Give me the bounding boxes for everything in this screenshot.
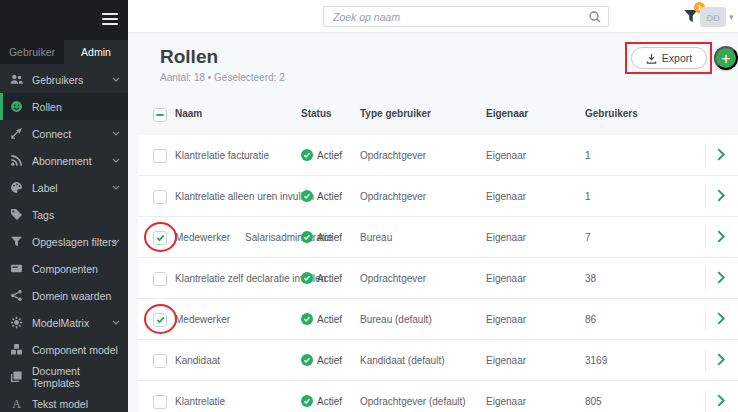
row-open-chevron-icon[interactable] <box>716 189 732 205</box>
search-icon[interactable] <box>588 10 602 24</box>
chevron-down-icon <box>112 239 120 244</box>
page-subtitle: Aantal: 18 • Geselecteerd: 2 <box>160 72 285 83</box>
users-icon <box>10 73 23 86</box>
sidebar-item-domein-waarden[interactable]: Domein waarden <box>0 282 128 309</box>
cell-eigenaar: Eigenaar <box>486 232 526 243</box>
status-check-icon <box>301 354 313 366</box>
sidebar-item-label: Tags <box>32 209 54 221</box>
row-open-chevron-icon[interactable] <box>716 271 732 287</box>
row-open-chevron-icon[interactable] <box>716 230 732 246</box>
sidebar-item-tags[interactable]: Tags <box>0 201 128 228</box>
row-checkbox[interactable] <box>153 231 167 245</box>
status-check-icon <box>301 272 313 284</box>
cell-type-gebruiker: Bureau <box>360 232 392 243</box>
sidebar-tabs: Gebruiker Admin <box>0 40 128 64</box>
chevron-down-icon <box>112 77 120 82</box>
sidebar-item-component-model[interactable]: Component model <box>0 336 128 363</box>
row-divider <box>705 391 706 412</box>
sidebar-item-label[interactable]: Label <box>0 174 128 201</box>
column-header-status[interactable]: Status <box>301 108 332 119</box>
cell-type-gebruiker: Opdrachtgever <box>360 150 426 161</box>
sidebar-item-rollen[interactable]: Rollen <box>0 93 128 120</box>
column-header-naam[interactable]: Naam <box>175 108 202 119</box>
sidebar-menu: GebruikersRollenConnectAbonnementLabelTa… <box>0 66 128 412</box>
column-header-type[interactable]: Type gebruiker <box>360 108 431 119</box>
sidebar-item-label: Document Templates <box>32 365 128 389</box>
cell-naam: Klantrelatie <box>175 396 225 407</box>
row-divider <box>705 227 706 248</box>
tab-admin[interactable]: Admin <box>64 40 128 64</box>
row-divider <box>705 145 706 166</box>
row-open-chevron-icon[interactable] <box>716 312 732 328</box>
table-row[interactable]: MedewerkerSalarisadministratieActiefBure… <box>138 217 738 258</box>
sidebar-item-document-templates[interactable]: Document Templates <box>0 363 128 390</box>
status-check-icon <box>301 231 313 243</box>
sidebar-item-connect[interactable]: Connect <box>0 120 128 147</box>
tag-icon <box>10 208 23 221</box>
row-divider <box>705 309 706 330</box>
palette-icon <box>10 181 23 194</box>
cell-naam: Kandidaat <box>175 355 220 366</box>
sidebar-item-componenten[interactable]: Componenten <box>0 255 128 282</box>
sidebar-item-opgeslagen-filters[interactable]: Opgeslagen filters <box>0 228 128 255</box>
chevron-down-icon[interactable]: ▾ <box>729 12 734 22</box>
table-header: Naam Status Type gebruiker Eigenaar Gebr… <box>138 95 738 135</box>
table-row[interactable]: Klantrelatie facturatieActiefOpdrachtgev… <box>138 135 738 176</box>
cell-status: Actief <box>317 273 342 284</box>
sidebar-item-label: Tekst model <box>32 398 88 410</box>
cell-eigenaar: Eigenaar <box>486 355 526 366</box>
cell-naam: Klantrelatie alleen uren invullen <box>175 191 314 202</box>
sidebar-item-label: Componenten <box>32 263 98 275</box>
row-checkbox[interactable] <box>153 354 167 368</box>
topbar: 1 DD ▾ <box>128 0 738 33</box>
table-body: Klantrelatie facturatieActiefOpdrachtgev… <box>138 135 738 412</box>
sidebar-item-label: Domein waarden <box>32 290 111 302</box>
cell-gebruikers: 3169 <box>585 355 607 366</box>
cell-status: Actief <box>317 150 342 161</box>
row-open-chevron-icon[interactable] <box>716 353 732 369</box>
table-row[interactable]: MedewerkerActiefBureau (default)Eigenaar… <box>138 299 738 340</box>
table-row[interactable]: KandidaatActiefKandidaat (default)Eigena… <box>138 340 738 381</box>
indeterminate-dash-icon <box>156 114 164 116</box>
select-all-checkbox[interactable] <box>153 108 167 122</box>
cell-eigenaar: Eigenaar <box>486 273 526 284</box>
cell-status: Actief <box>317 191 342 202</box>
sidebar-item-abonnement[interactable]: Abonnement <box>0 147 128 174</box>
connect-icon <box>10 127 23 140</box>
search-input[interactable] <box>324 8 608 27</box>
export-button[interactable]: Export <box>631 47 707 69</box>
cell-type-gebruiker: Kandidaat (default) <box>360 355 445 366</box>
cell-eigenaar: Eigenaar <box>486 396 526 407</box>
row-checkbox[interactable] <box>153 395 167 409</box>
row-checkbox[interactable] <box>153 190 167 204</box>
table-row[interactable]: Klantrelatie zelf declaratie invullenAct… <box>138 258 738 299</box>
row-open-chevron-icon[interactable] <box>716 394 732 410</box>
page-title: Rollen <box>160 46 218 68</box>
sidebar-item-tekst-model[interactable]: ATekst model <box>0 390 128 412</box>
cell-type-gebruiker: Opdrachtgever <box>360 191 426 202</box>
cell-type-gebruiker: Opdrachtgever <box>360 273 426 284</box>
cell-naam: Klantrelatie facturatie <box>175 150 269 161</box>
blocks-icon <box>10 343 23 356</box>
row-open-chevron-icon[interactable] <box>716 148 732 164</box>
sidebar-item-gebruikers[interactable]: Gebruikers <box>0 66 128 93</box>
table-row[interactable]: Klantrelatie alleen uren invullenActiefO… <box>138 176 738 217</box>
row-checkbox[interactable] <box>153 313 167 327</box>
letter-a-icon: A <box>10 397 23 410</box>
row-checkbox[interactable] <box>153 149 167 163</box>
avatar[interactable]: DD <box>700 7 726 27</box>
cell-type-gebruiker: Bureau (default) <box>360 314 432 325</box>
table-row[interactable]: KlantrelatieActiefOpdrachtgever (default… <box>138 381 738 412</box>
column-header-gebruikers[interactable]: Gebruikers <box>585 108 638 119</box>
chevron-down-icon <box>112 158 120 163</box>
hamburger-menu-icon[interactable] <box>102 13 118 25</box>
add-role-button[interactable]: + <box>714 46 738 70</box>
sidebar-item-label: Rollen <box>32 101 62 113</box>
tab-gebruiker[interactable]: Gebruiker <box>0 40 64 64</box>
sidebar-item-label: Label <box>32 182 58 194</box>
cell-status: Actief <box>317 314 342 325</box>
column-header-eigenaar[interactable]: Eigenaar <box>486 108 528 119</box>
row-checkbox[interactable] <box>153 272 167 286</box>
sidebar-item-label: Gebruikers <box>32 74 83 86</box>
sidebar-item-modelmatrix[interactable]: ModelMatrix <box>0 309 128 336</box>
